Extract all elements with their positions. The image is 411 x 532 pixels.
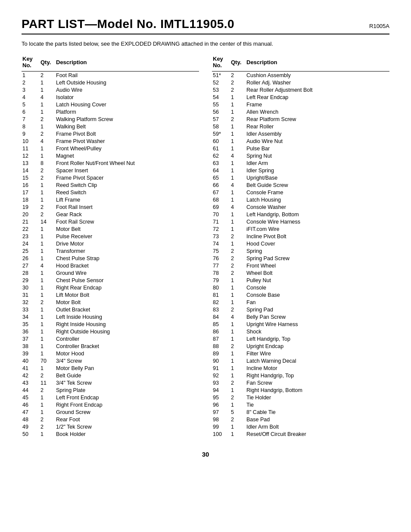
part-desc: Reset/Off Circuit Breaker: [246, 430, 389, 438]
part-qty: 1: [40, 86, 55, 93]
part-key: 56: [212, 108, 230, 115]
part-desc: Allen Wrench: [246, 108, 389, 115]
part-qty: 1: [230, 101, 246, 108]
part-qty: 1: [230, 320, 246, 328]
part-key: 66: [212, 181, 230, 189]
part-key: 32: [22, 299, 40, 306]
part-key: 37: [22, 335, 40, 342]
table-row: 39 1 Motor Hood: [22, 350, 199, 357]
part-desc: Motor Belly Pan: [55, 364, 199, 372]
part-qty: 1: [40, 291, 55, 299]
part-desc: Right Inside Housing: [55, 320, 199, 328]
part-qty: 2: [230, 416, 246, 423]
table-row: 14 2 Spacer Insert: [22, 167, 199, 174]
part-key: 69: [212, 203, 230, 211]
part-qty: 1: [40, 364, 55, 372]
part-key: 63: [212, 159, 230, 167]
table-row: 100 1 Reset/Off Circuit Breaker: [212, 430, 389, 438]
table-row: 7 2 Walking Platform Screw: [22, 115, 199, 123]
table-row: 72 1 iFIT.com Wire: [212, 225, 389, 233]
part-desc: Right Handgrip, Bottom: [246, 386, 389, 394]
table-row: 22 1 Motor Belt: [22, 225, 199, 233]
table-row: 79 1 Pulley Nut: [212, 277, 389, 284]
right-column: Key No. Qty. Description 51* 2 Cushion A…: [212, 55, 389, 438]
part-key: 41: [22, 364, 40, 372]
part-qty: 1: [40, 225, 55, 233]
part-key: 100: [212, 430, 230, 438]
table-row: 83 2 Spring Pad: [212, 306, 389, 313]
part-key: 39: [22, 350, 40, 357]
part-qty: 1: [230, 225, 246, 233]
part-desc: Pulse Receiver: [55, 233, 199, 240]
table-row: 20 2 Gear Rack: [22, 211, 199, 218]
part-qty: 5: [230, 408, 246, 416]
part-desc: Foot Rail Screw: [55, 218, 199, 225]
part-qty: 2: [230, 269, 246, 277]
part-key: 5: [22, 101, 40, 108]
part-key: 17: [22, 189, 40, 196]
part-qty: 4: [230, 181, 246, 189]
part-qty: 1: [40, 123, 55, 130]
part-desc: Walking Platform Screw: [55, 115, 199, 123]
table-row: 27 4 Hood Bracket: [22, 262, 199, 269]
part-key: 90: [212, 357, 230, 364]
part-qty: 70: [40, 357, 55, 364]
part-key: 44: [22, 386, 40, 394]
part-key: 86: [212, 328, 230, 335]
part-desc: Console Wire Harness: [246, 218, 389, 225]
part-desc: Incline Motor: [246, 364, 389, 372]
part-key: 80: [212, 284, 230, 291]
part-qty: 1: [230, 328, 246, 335]
part-desc: Rear Foot: [55, 416, 199, 423]
part-key: 2: [22, 79, 40, 86]
table-row: 26 1 Chest Pulse Strap: [22, 255, 199, 262]
part-qty: 1: [230, 108, 246, 115]
part-desc: Right Handgrip, Top: [246, 372, 389, 379]
table-row: 90 1 Latch Warning Decal: [212, 357, 389, 364]
table-row: 78 2 Wheel Bolt: [212, 269, 389, 277]
table-row: 66 4 Belt Guide Screw: [212, 181, 389, 189]
part-key: 33: [22, 306, 40, 313]
page-header: PART LIST—Model No. IMTL11905.0 R1005A: [22, 17, 389, 34]
part-desc: Left Handgrip, Top: [246, 335, 389, 342]
part-qty: 1: [230, 357, 246, 364]
table-row: 50 1 Book Holder: [22, 430, 199, 438]
part-desc: Front Wheel/Pulley: [55, 145, 199, 152]
part-qty: 1: [40, 408, 55, 416]
part-qty: 1: [40, 306, 55, 313]
part-key: 6: [22, 108, 40, 115]
part-key: 93: [212, 379, 230, 386]
table-row: 35 1 Right Inside Housing: [22, 320, 199, 328]
part-qty: 2: [40, 130, 55, 137]
part-desc: Tie: [246, 401, 389, 408]
table-row: 2 1 Left Outside Housing: [22, 79, 199, 86]
part-key: 88: [212, 342, 230, 350]
right-col-qty-header: Qty.: [230, 55, 246, 72]
part-qty: 1: [40, 108, 55, 115]
parts-columns: Key No. Qty. Description 1 2 Foot Rail 2…: [22, 55, 389, 438]
part-desc: Pulley Nut: [246, 277, 389, 284]
part-key: 95: [212, 394, 230, 401]
part-desc: Idler Assembly: [246, 130, 389, 137]
part-key: 30: [22, 284, 40, 291]
part-key: 46: [22, 401, 40, 408]
part-desc: Controller: [55, 335, 199, 342]
table-row: 53 2 Rear Roller Adjustment Bolt: [212, 86, 389, 93]
part-key: 83: [212, 306, 230, 313]
part-desc: Isolator: [55, 93, 199, 101]
part-desc: 1/2" Tek Screw: [55, 423, 199, 430]
part-qty: 2: [40, 174, 55, 181]
table-row: 41 1 Motor Belly Pan: [22, 364, 199, 372]
part-desc: Latch Housing Cover: [55, 101, 199, 108]
part-qty: 1: [230, 174, 246, 181]
part-key: 3: [22, 86, 40, 93]
table-row: 58 1 Rear Roller: [212, 123, 389, 130]
part-qty: 2: [40, 167, 55, 174]
part-key: 18: [22, 196, 40, 203]
part-qty: 1: [230, 196, 246, 203]
part-qty: 1: [230, 93, 246, 101]
part-key: 43: [22, 379, 40, 386]
part-qty: 2: [230, 394, 246, 401]
part-key: 40: [22, 357, 40, 364]
part-desc: Hood Cover: [246, 240, 389, 247]
